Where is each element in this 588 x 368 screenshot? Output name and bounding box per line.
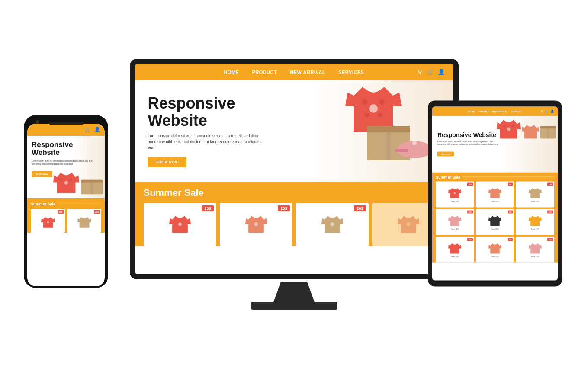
- monitor-hero: Responsive Website Lorem ipsum dolor sit…: [135, 80, 453, 182]
- tablet-save-9: Save 10%: [531, 255, 539, 257]
- svg-point-1: [362, 99, 367, 105]
- svg-point-10: [412, 141, 417, 145]
- monitor-nav-icons: ⚲ 🛒 👤: [418, 69, 445, 75]
- monitor-sale-badge-3: 20$: [354, 205, 366, 211]
- tablet-sale-title: Summer Sale: [436, 175, 554, 179]
- site-nav: HOME PRODUCT NEW ARRIVAL SERVICES ⚲ 🛒 👤: [135, 64, 453, 80]
- monitor-base: [251, 302, 337, 310]
- tablet-nav-newarrival[interactable]: NEW ARRIVAL: [492, 110, 508, 112]
- phone-sale: Summer Sale 20$ 20$: [27, 198, 105, 233]
- tablet-sale-card-4: 20$ Save 10%: [436, 209, 474, 235]
- monitor-hero-cap: [395, 132, 432, 158]
- tablet-sale-card-5: 20$ Save 10%: [476, 209, 514, 235]
- monitor-shop-now-button[interactable]: SHOP NOW: [148, 157, 187, 167]
- tablet-nav: HOME PRODUCT NEW ARRIVAL SERVICES ⚲ 🛒 👤: [432, 106, 558, 116]
- svg-point-16: [503, 125, 505, 127]
- tablet-hero: Responsive Website Lorem ipsum dolor sit…: [432, 116, 558, 172]
- monitor-nav-links: HOME PRODUCT NEW ARRIVAL SERVICES: [224, 70, 364, 75]
- tablet-sale-grid: 20$ Save 10% 20$ Save 10%: [436, 181, 554, 262]
- tablet-cart-icon[interactable]: 🛒: [545, 109, 549, 113]
- monitor-hero-title: Responsive Website: [148, 95, 294, 129]
- tablet-save-7: Save 10%: [451, 255, 459, 257]
- svg-point-17: [512, 125, 514, 127]
- svg-point-12: [254, 222, 258, 226]
- svg-point-15: [507, 127, 511, 131]
- tablet: HOME PRODUCT NEW ARRIVAL SERVICES ⚲ 🛒 👤 …: [428, 100, 562, 286]
- monitor-outer: HOME PRODUCT NEW ARRIVAL SERVICES ⚲ 🛒 👤 …: [130, 59, 459, 279]
- tablet-sale-card-3: 20$ Save 10%: [516, 181, 554, 207]
- user-icon[interactable]: 👤: [438, 69, 445, 75]
- tablet-save-1: Save 10%: [451, 200, 459, 202]
- tablet-nav-product[interactable]: PRODUCT: [478, 110, 489, 112]
- phone-cart-icon[interactable]: 🛒: [85, 127, 91, 132]
- tablet-hero-text: Responsive Website Lorem ipsum dolor sit…: [437, 131, 501, 157]
- phone-camera: [36, 120, 39, 124]
- tablet-badge-3: 20$: [547, 182, 553, 186]
- phone-shirt-1: [41, 216, 55, 229]
- tablet-nav-services[interactable]: SERVICES: [511, 110, 522, 112]
- tablet-shirt-8: [488, 242, 501, 254]
- tablet-shirt-4: [448, 214, 461, 227]
- phone-hero: Responsive Website Lorem ipsum dolor sit…: [27, 136, 105, 198]
- phone-sale-title: Summer Sale: [31, 202, 101, 206]
- tablet-nav-icons: ⚲ 🛒 👤: [541, 109, 554, 113]
- tablet-nav-links: HOME PRODUCT NEW ARRIVAL SERVICES: [468, 110, 522, 112]
- monitor-sale-title: Summer Sale: [144, 187, 445, 198]
- tablet-search-icon[interactable]: ⚲: [541, 109, 543, 113]
- search-icon[interactable]: ⚲: [418, 69, 422, 75]
- tablet-save-4: Save 10%: [451, 227, 459, 230]
- phone: 🛒 👤 Responsive Website Lorem ipsum dolor…: [24, 115, 108, 288]
- tablet-sale-card-1: 20$ Save 10%: [436, 181, 474, 207]
- monitor-hero-text: Responsive Website Lorem ipsum dolor sit…: [148, 95, 294, 167]
- tablet-badge-2: 20$: [508, 182, 513, 186]
- monitor-sale-shirt-1: [169, 214, 191, 234]
- monitor-nav-newarrival[interactable]: NEW ARRIVAL: [290, 70, 325, 75]
- tablet-hero-shorts: [540, 125, 556, 140]
- monitor-screen: HOME PRODUCT NEW ARRIVAL SERVICES ⚲ 🛒 👤 …: [135, 64, 453, 274]
- phone-user-icon[interactable]: 👤: [94, 127, 100, 132]
- tablet-shirt-5: [488, 214, 501, 227]
- tablet-hero-title: Responsive Website: [437, 131, 501, 138]
- tablet-nav-home[interactable]: HOME: [468, 110, 475, 112]
- tablet-save-8: Save 10%: [491, 255, 499, 257]
- tablet-shirt-9: [529, 242, 542, 254]
- tablet-sale-card-7: 20$ Save 10%: [436, 237, 474, 262]
- phone-shirt-2: [77, 216, 91, 229]
- svg-rect-27: [81, 179, 103, 182]
- monitor-sale-shirt-3: [321, 214, 343, 234]
- monitor-sale-card-2: 20$: [220, 203, 292, 246]
- monitor-sale-badge-1: 20$: [202, 205, 213, 211]
- tablet-shirt-2: [488, 187, 501, 199]
- tablet-badge-5: 20$: [508, 210, 513, 213]
- phone-screen: 🛒 👤 Responsive Website Lorem ipsum dolor…: [27, 124, 105, 286]
- tablet-save-2: Save 10%: [491, 200, 499, 202]
- svg-point-28: [47, 221, 49, 223]
- phone-hero-title: Responsive Website: [32, 141, 100, 157]
- monitor-nav-services[interactable]: SERVICES: [338, 70, 364, 75]
- tablet-save-6: Save 10%: [531, 227, 539, 230]
- svg-rect-7: [367, 126, 410, 132]
- phone-notch: [49, 122, 84, 125]
- tablet-save-5: Save 10%: [491, 227, 499, 230]
- phone-shop-now-button[interactable]: SHOP NOW: [32, 171, 52, 177]
- tablet-hero-tshirt-peach: [522, 123, 539, 140]
- monitor-nav-product[interactable]: PRODUCT: [252, 70, 277, 75]
- monitor-sale-badge-2: 20$: [278, 205, 289, 211]
- tablet-shop-now-button[interactable]: SHOP NOW: [437, 152, 454, 157]
- monitor-sale-card-3: 20$: [296, 203, 369, 246]
- tablet-user-icon[interactable]: 👤: [550, 109, 554, 113]
- tablet-screen: HOME PRODUCT NEW ARRIVAL SERVICES ⚲ 🛒 👤 …: [432, 106, 558, 280]
- tablet-sale-card-6: 20$ Save 10%: [516, 209, 554, 235]
- monitor-nav-home[interactable]: HOME: [224, 70, 239, 75]
- svg-point-21: [454, 192, 456, 194]
- tablet-sale-card-9: 20$ Save 10%: [516, 237, 554, 262]
- tablet-hero-tshirt-red: [497, 118, 521, 140]
- phone-sale-card-2: 20$: [67, 209, 101, 233]
- phone-nav: 🛒 👤: [27, 124, 105, 136]
- cart-icon[interactable]: 🛒: [427, 69, 434, 75]
- svg-point-2: [379, 99, 385, 105]
- svg-point-22: [64, 181, 68, 185]
- tablet-hero-images: [497, 118, 556, 140]
- svg-rect-9: [395, 149, 408, 152]
- scene: HOME PRODUCT NEW ARRIVAL SERVICES ⚲ 🛒 👤 …: [0, 0, 588, 368]
